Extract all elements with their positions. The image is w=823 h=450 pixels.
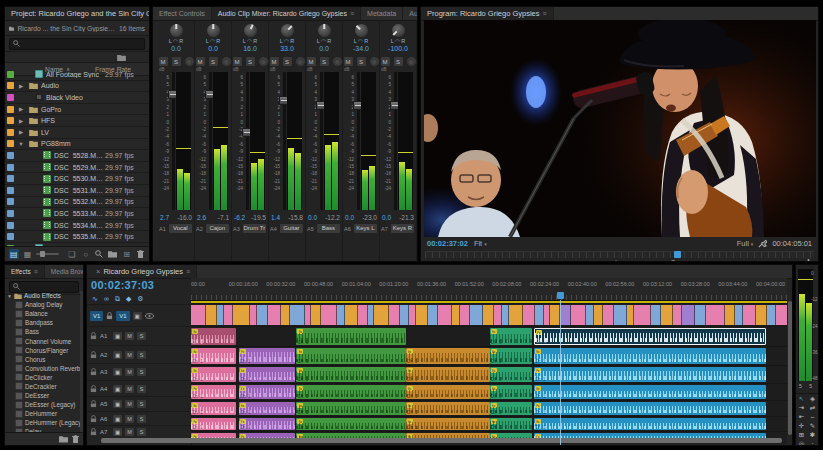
video-clip[interactable]: [627, 305, 634, 325]
effect-item[interactable]: Chorus: [5, 355, 80, 364]
tab-effect-controls[interactable]: Effect Controls: [153, 7, 212, 20]
track-name-chip[interactable]: Vocal: [168, 223, 193, 234]
sync-lock-icon[interactable]: ▣: [113, 400, 122, 408]
audio-clip[interactable]: fx Ch. 1: [191, 348, 236, 364]
pan-knob[interactable]: [170, 24, 183, 37]
effect-item[interactable]: Convolution Reverb: [5, 364, 80, 373]
timeline-playhead-line[interactable]: [560, 300, 561, 445]
solo-track-button[interactable]: S: [137, 368, 146, 376]
project-row[interactable]: ▶ HFS: [5, 115, 149, 127]
video-clip[interactable]: [725, 305, 735, 325]
track-header-A5[interactable]: A5 ▣ M S: [87, 396, 191, 411]
pan-knob[interactable]: [207, 24, 220, 37]
audio-clip[interactable]: fx Ch. 1: [406, 348, 490, 364]
extract-button[interactable]: ↧: [670, 259, 676, 262]
effect-item[interactable]: DeCrackler: [5, 382, 80, 391]
video-clip[interactable]: [257, 305, 268, 325]
sync-lock-icon[interactable]: ▣: [113, 332, 122, 340]
pan-knob[interactable]: [392, 24, 405, 37]
delete-custom-item-icon[interactable]: [72, 435, 79, 443]
track-select-tool-icon[interactable]: ⇥: [796, 403, 807, 412]
audio-clip[interactable]: fx Ch. 1: [490, 385, 532, 399]
solo-track-button[interactable]: S: [137, 428, 146, 436]
effect-item[interactable]: Balance: [5, 309, 80, 318]
project-row[interactable]: DSC_5531.MOV 29.97 fps: [5, 185, 149, 197]
sync-lock-icon[interactable]: ▣: [113, 415, 122, 423]
effect-item[interactable]: DeHummer (Legacy): [5, 418, 80, 427]
solo-track-button[interactable]: S: [137, 415, 146, 423]
effect-item[interactable]: Bass: [5, 327, 80, 336]
video-clip[interactable]: [634, 305, 651, 325]
pen-tool-icon[interactable]: ✎: [807, 421, 818, 430]
effect-item[interactable]: DeEsser (Legacy): [5, 400, 80, 409]
fader-track[interactable]: [357, 72, 360, 210]
mute-button[interactable]: M: [343, 56, 354, 67]
pan-knob[interactable]: [318, 24, 331, 37]
rolling-edit-tool-icon[interactable]: ⇤: [796, 412, 807, 421]
write-keyframes-button[interactable]: ○: [184, 56, 195, 67]
video-clip[interactable]: [614, 305, 627, 325]
go-to-in-button[interactable]: ⇤: [585, 259, 591, 262]
search-input[interactable]: [9, 38, 145, 50]
video-clip[interactable]: [409, 305, 416, 325]
effects-scrollbar[interactable]: [80, 291, 83, 433]
video-clip[interactable]: [321, 305, 337, 325]
timeline-horizontal-scrollbar[interactable]: [101, 438, 782, 443]
audio-clip[interactable]: fx Ch. 1: [296, 385, 405, 399]
panel-menu-icon[interactable]: ≡: [34, 268, 38, 275]
audio-clip[interactable]: fx Ch. 1: [296, 367, 405, 382]
project-row[interactable]: Black Video: [5, 92, 149, 104]
panel-menu-icon[interactable]: ≡: [350, 10, 354, 17]
video-clip[interactable]: [651, 305, 661, 325]
tab-project[interactable]: Project: Ricardo Griego and the Sin City…: [5, 7, 149, 20]
audio-clip[interactable]: fx Ch. 1: [534, 348, 766, 364]
video-clip[interactable]: [206, 305, 217, 325]
fader-db-value[interactable]: 0.0: [308, 214, 317, 221]
video-clip[interactable]: [682, 305, 695, 325]
pan-value[interactable]: 33.0: [280, 45, 294, 54]
play-stop-button[interactable]: ■: [628, 259, 633, 262]
more-tools-icon[interactable]: ·: [807, 439, 818, 446]
solo-button[interactable]: S: [208, 56, 219, 67]
lock-icon[interactable]: [90, 428, 97, 436]
project-row[interactable]: DSC_5533.MOV 29.97 fps: [5, 208, 149, 220]
lock-icon[interactable]: [90, 415, 97, 423]
audio-clip[interactable]: fx Ch. 1: [239, 385, 295, 399]
effect-item[interactable]: Chorus/Flanger: [5, 346, 80, 355]
video-clip[interactable]: [438, 305, 452, 325]
twirl-icon[interactable]: ▶: [17, 106, 25, 112]
settings-wrench-icon[interactable]: [758, 239, 767, 248]
video-clip[interactable]: [250, 305, 257, 325]
pan-knob[interactable]: [281, 24, 294, 37]
multicam-icon[interactable]: ⧉: [115, 295, 120, 303]
tab-audio[interactable]: Audio: [403, 7, 417, 20]
audio-clip[interactable]: fx Ch. 1: [490, 328, 532, 345]
video-clip[interactable]: [452, 305, 460, 325]
mute-track-button[interactable]: M: [125, 385, 134, 393]
video-clip[interactable]: [311, 305, 321, 325]
video-clip[interactable]: [217, 305, 224, 325]
ripple-edit-tool-icon[interactable]: ⇄: [807, 403, 818, 412]
video-clip[interactable]: [743, 305, 756, 325]
solo-button[interactable]: S: [282, 56, 293, 67]
fader-db-value[interactable]: 2.6: [197, 214, 206, 221]
solo-button[interactable]: S: [393, 56, 404, 67]
automate-to-sequence-button[interactable]: ❏: [67, 249, 77, 259]
tab-effects[interactable]: Effects≡: [5, 265, 45, 278]
pan-knob[interactable]: [355, 24, 368, 37]
playback-resolution-dropdown[interactable]: Full▾: [737, 239, 754, 248]
toggle-track-output-eye-icon[interactable]: [145, 313, 154, 319]
go-to-out-button[interactable]: ⇥: [654, 259, 660, 262]
export-frame-button[interactable]: ▣: [685, 259, 692, 262]
audio-clip[interactable]: fx Ch. 1: [406, 402, 490, 415]
video-clip[interactable]: [337, 305, 345, 325]
fader-db-value[interactable]: 0.0: [345, 214, 354, 221]
video-clip[interactable]: [706, 305, 725, 325]
video-clip[interactable]: [374, 305, 389, 325]
lift-button[interactable]: ↥: [613, 259, 619, 262]
fader-db-value[interactable]: -6.2: [234, 214, 245, 221]
video-clip[interactable]: [535, 305, 544, 325]
mute-button[interactable]: M: [269, 56, 280, 67]
project-row[interactable]: ▶ GoPro: [5, 104, 149, 116]
mute-button[interactable]: M: [380, 56, 391, 67]
